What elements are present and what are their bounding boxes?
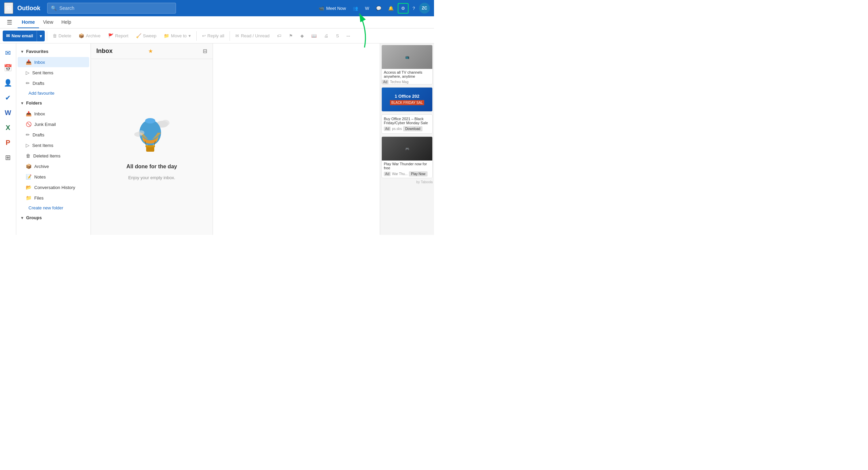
filter-icon[interactable]: ⊟: [203, 48, 207, 54]
meet-now-button[interactable]: 📹 Meet Now: [316, 4, 349, 13]
flag-button[interactable]: ⚑: [285, 31, 296, 41]
skype-icon: S: [336, 33, 339, 38]
reply-all-icon: ↩: [202, 33, 206, 38]
sidebar-item-inbox-favourite[interactable]: 📥 Inbox: [18, 57, 89, 67]
excel-nav-button[interactable]: X: [1, 121, 15, 134]
ad-badge-tv: Ad: [382, 80, 389, 84]
delete-button[interactable]: 🗑 Delete: [49, 31, 75, 41]
report-button[interactable]: 🚩 Report: [105, 31, 132, 41]
files-icon: 📁: [26, 195, 32, 201]
tasks-icon: ✔: [5, 94, 11, 102]
tab-home[interactable]: Home: [18, 16, 39, 28]
calendar-icon: 📅: [4, 64, 12, 72]
reply-all-button[interactable]: ↩ Reply all: [199, 31, 228, 41]
groups-section-header[interactable]: ▼ Groups: [16, 212, 91, 223]
empty-state: All done for the day Enjoy your empty in…: [126, 114, 177, 180]
read-unread-button[interactable]: ✉ Read / Unread: [232, 31, 273, 41]
word-icon: W: [365, 6, 369, 11]
junk-icon: 🚫: [26, 121, 32, 127]
search-box: 🔍: [47, 3, 176, 14]
all-apps-icon: ⊞: [5, 153, 11, 162]
favourites-section-header[interactable]: ▼ Favourites: [16, 46, 91, 57]
avatar-initials: ZC: [422, 6, 427, 11]
tab-view[interactable]: View: [39, 16, 57, 28]
right-ads-panel: 📺 Access all TV channels anywhere, anyti…: [380, 43, 434, 235]
ppt-nav-button[interactable]: P: [1, 136, 15, 149]
teams-icon: 👥: [353, 6, 358, 11]
skype-button[interactable]: S: [333, 31, 342, 41]
ad-playnow-button[interactable]: Play Now: [409, 171, 427, 176]
search-icon: 🔍: [51, 5, 57, 11]
sidebar-item-junk[interactable]: 🚫 Junk Email: [18, 119, 89, 129]
word-nav-button[interactable]: W: [1, 106, 15, 119]
help-button[interactable]: ?: [410, 4, 418, 13]
tab-help[interactable]: Help: [57, 16, 75, 28]
folders-section-header[interactable]: ▼ Folders: [16, 98, 91, 108]
settings-button[interactable]: ⚙: [398, 3, 409, 14]
ad-download-button[interactable]: Download: [403, 126, 422, 131]
sidebar-item-deleted[interactable]: 🗑 Deleted Items: [18, 151, 89, 161]
ad-card-buy-office: Buy Office 2021 – Black Friday/Cyber Mon…: [381, 114, 433, 134]
move-icon: 📁: [164, 33, 169, 38]
add-favourite-link[interactable]: Add favourite: [16, 89, 91, 98]
svg-point-9: [138, 130, 144, 135]
ad-text-tv: Access all TV channels anywhere, anytime: [382, 69, 432, 80]
help-icon: ?: [413, 6, 415, 11]
empty-state-subtitle: Enjoy your empty inbox.: [128, 175, 175, 180]
compose-icon: ✉: [6, 33, 10, 38]
calendar-nav-button[interactable]: 📅: [1, 61, 15, 75]
create-new-folder-link[interactable]: Create new folder: [16, 203, 91, 212]
main-area: ✉ 📅 👤 ✔ W X P ⊞: [0, 43, 434, 235]
report-icon: 🚩: [108, 33, 114, 38]
ad-source-buy: Ad ps.sbs Download: [384, 126, 430, 131]
people-nav-button[interactable]: 👤: [1, 76, 15, 90]
gear-icon: ⚙: [401, 6, 405, 11]
sidebar-item-sent[interactable]: ▷ Sent Items: [18, 140, 89, 150]
tasks-nav-button[interactable]: ✔: [1, 91, 15, 105]
sidebar-item-drafts[interactable]: ✏ Drafts: [18, 130, 89, 140]
teams-button[interactable]: 👥: [350, 4, 361, 13]
word-icon-button[interactable]: W: [362, 4, 372, 13]
sidebar-item-notes[interactable]: 📝 Notes: [18, 172, 89, 182]
top-bar: ⊞ Outlook 🔍 📹 Meet Now 👥 W 💬 🔔: [0, 0, 434, 16]
sidebar-item-inbox[interactable]: 📥 Inbox: [18, 109, 89, 119]
archive-button[interactable]: 📦 Archive: [75, 31, 104, 41]
envelope-icon: ✉: [235, 33, 239, 38]
inbox-star-icon[interactable]: ★: [148, 48, 153, 54]
avatar-button[interactable]: ZC: [419, 3, 430, 14]
rules-icon: ◆: [300, 33, 304, 38]
sidebar-item-drafts-favourite[interactable]: ✏ Drafts: [18, 78, 89, 88]
search-input[interactable]: [59, 5, 172, 11]
feedback-button[interactable]: 💬: [373, 4, 384, 13]
immersive-reader-button[interactable]: 📖: [308, 31, 320, 41]
sidebar-item-files[interactable]: 📁 Files: [18, 193, 89, 203]
delete-icon: 🗑: [53, 33, 57, 38]
sidebar-item-archive[interactable]: 📦 Archive: [18, 161, 89, 171]
taboola-label: by Taboola: [380, 180, 434, 185]
svg-point-3: [145, 118, 155, 124]
svg-rect-5: [145, 145, 155, 147]
move-to-button[interactable]: 📁 Move to ▾: [160, 31, 194, 41]
sweep-button[interactable]: 🧹 Sweep: [133, 31, 160, 41]
new-email-dropdown-button[interactable]: ▾: [37, 31, 45, 41]
ad-game-text: Play War Thunder now for free: [384, 162, 430, 170]
rules-button[interactable]: ◆: [297, 31, 307, 41]
apps-grid-button[interactable]: ⊞: [4, 2, 13, 14]
print-button[interactable]: 🖨: [321, 31, 332, 41]
categories-button[interactable]: 🏷: [274, 31, 285, 41]
notifications-button[interactable]: 🔔: [386, 4, 396, 13]
excel-nav-icon: X: [6, 124, 10, 132]
all-apps-button[interactable]: ⊞: [1, 151, 15, 164]
more-options-button[interactable]: ···: [343, 31, 354, 41]
hamburger-button[interactable]: ☰: [4, 17, 15, 27]
mail-nav-button[interactable]: ✉: [1, 46, 15, 60]
sidebar-item-conversation-history[interactable]: 📂 Conversation History: [18, 182, 89, 192]
sidebar-item-sent-favourite[interactable]: ▷ Sent Items: [18, 68, 89, 78]
ad-source-tv: Ad Techno Mag: [382, 80, 432, 84]
ad-card-tv: 📺 Access all TV channels anywhere, anyti…: [381, 45, 433, 84]
drafts-folder-icon: ✏: [26, 132, 30, 137]
new-email-button[interactable]: ✉ New email: [3, 32, 37, 40]
folder-sidebar: ▼ Favourites 📥 Inbox ▷ Sent Items ✏ Draf…: [16, 43, 91, 235]
ad-image-game: 🎮: [382, 137, 432, 161]
empty-state-title: All done for the day: [126, 164, 177, 170]
